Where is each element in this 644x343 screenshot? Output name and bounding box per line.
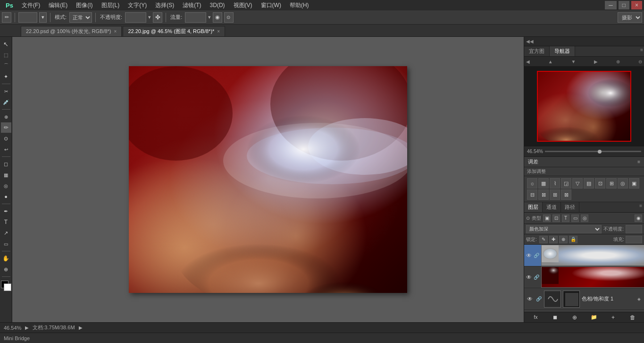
marquee-tool[interactable]: ⬚ xyxy=(1,50,11,60)
zoom-slider[interactable] xyxy=(545,151,641,152)
tab-paths[interactable]: 路径 xyxy=(561,202,579,212)
text-tool[interactable]: T xyxy=(1,217,11,227)
lock-all-btn[interactable]: 🔒 xyxy=(569,236,577,243)
layers-menu[interactable]: ≡ xyxy=(639,203,642,211)
layer-opacity-input[interactable]: 100% xyxy=(626,225,642,233)
flow-input[interactable]: 100% xyxy=(185,12,206,23)
adj-channel-mixer[interactable]: ◎ xyxy=(618,178,628,189)
adj-exposure[interactable]: ◲ xyxy=(561,178,571,189)
canvas-area[interactable] xyxy=(12,37,524,322)
fill-input[interactable]: 100% xyxy=(626,236,642,243)
menu-text[interactable]: 文字(Y) xyxy=(124,0,151,10)
nav-zoom-out[interactable]: ⊖ xyxy=(638,59,642,64)
healing-tool[interactable]: ⊕ xyxy=(1,111,11,122)
layer-adjustment-btn[interactable]: ⊕ xyxy=(570,313,579,322)
layer-row-1c[interactable]: 👁 🔗 xyxy=(524,266,644,288)
tablet-btn[interactable]: ⊙ xyxy=(224,12,234,23)
menu-select[interactable]: 选择(S) xyxy=(151,0,178,10)
mini-bridge[interactable]: Mini Bridge xyxy=(0,333,644,343)
panel-menu-icon[interactable]: ≡ xyxy=(640,47,643,55)
layer-row-hue[interactable]: 👁 🔗 色相/饱和度 1 xyxy=(524,288,644,310)
opacity-toggle[interactable]: ▾ xyxy=(148,14,151,20)
magic-wand-tool[interactable]: ✦ xyxy=(1,71,11,82)
menu-3d[interactable]: 3D(D) xyxy=(206,1,229,9)
zoom-handle[interactable] xyxy=(598,150,602,154)
hand-tool[interactable]: ✋ xyxy=(1,253,11,264)
window-close[interactable]: × xyxy=(631,1,642,9)
layer-new-btn[interactable]: + xyxy=(609,313,618,322)
background-color[interactable] xyxy=(4,283,11,291)
filter-toggle[interactable]: ◉ xyxy=(635,214,642,222)
tab-histogram[interactable]: 宜方图 xyxy=(524,46,550,56)
status-zoom-icon[interactable]: ▶ xyxy=(25,325,29,330)
path-selection-tool[interactable]: ↗ xyxy=(1,228,11,238)
shape-tool[interactable]: ▭ xyxy=(1,239,11,249)
layer-1c-link[interactable]: 🔗 xyxy=(534,274,539,281)
tab-1[interactable]: 22.20.psd @ 100% (外发光, RGB/8*) × xyxy=(21,26,122,36)
airbrush-btn[interactable]: ✤ xyxy=(153,12,162,23)
window-maximize[interactable]: □ xyxy=(619,1,629,9)
pen-pressure-btn[interactable]: ◉ xyxy=(213,12,222,23)
layer-4-link[interactable]: 🔗 xyxy=(534,252,539,259)
eraser-tool[interactable]: ◻ xyxy=(1,159,11,169)
menu-image[interactable]: 图像(I) xyxy=(72,0,96,10)
menu-file[interactable]: 文件(F) xyxy=(18,0,44,10)
adj-vibrance[interactable]: ▽ xyxy=(572,178,583,189)
crop-tool[interactable]: ✂ xyxy=(1,86,11,96)
nav-arrow-right[interactable]: ▶ xyxy=(594,59,598,64)
lock-position-btn[interactable]: ✚ xyxy=(549,236,558,243)
adj-threshold[interactable]: ⊞ xyxy=(550,189,560,200)
lock-artboard-btn[interactable]: ⊕ xyxy=(559,236,568,243)
tab-layers[interactable]: 图层 xyxy=(524,202,543,212)
brush-tool[interactable]: ✏ xyxy=(1,122,11,133)
menu-view[interactable]: 视图(V) xyxy=(230,0,256,10)
menu-help[interactable]: 帮助(H) xyxy=(286,0,313,10)
menu-layer[interactable]: 图层(L) xyxy=(98,0,124,10)
flow-toggle[interactable]: ▾ xyxy=(208,14,211,20)
clone-tool[interactable]: ⊙ xyxy=(1,133,11,144)
adj-color-balance[interactable]: ⊡ xyxy=(595,178,605,189)
nav-arrow-up[interactable]: ▲ xyxy=(548,59,553,64)
filter-shape[interactable]: ▭ xyxy=(571,214,579,222)
layer-group-btn[interactable]: 📁 xyxy=(590,313,598,322)
layer-row-4[interactable]: 👁 🔗 xyxy=(524,245,644,266)
adj-invert[interactable]: ⊟ xyxy=(527,189,537,200)
adj-hue[interactable]: ▤ xyxy=(584,178,594,189)
layer-mask-btn[interactable]: ◼ xyxy=(551,313,560,322)
layer-blend-select[interactable]: 颜色加深 xyxy=(526,225,602,233)
lasso-tool[interactable]: ⌒ xyxy=(1,60,11,71)
nav-arrow-down[interactable]: ▼ xyxy=(571,59,576,64)
brush-size-input[interactable]: 100 xyxy=(18,12,37,23)
menu-window[interactable]: 窗口(W) xyxy=(257,0,285,10)
filter-smart[interactable]: ◎ xyxy=(581,214,588,222)
filter-pixel[interactable]: ▣ xyxy=(543,214,551,222)
gradient-tool[interactable]: ▦ xyxy=(1,170,11,180)
layer-delete-btn[interactable]: 🗑 xyxy=(628,313,637,322)
nav-arrow-left[interactable]: ◀ xyxy=(526,59,530,64)
zoom-tool[interactable]: ⊕ xyxy=(1,264,11,274)
layer-hue-link[interactable]: 🔗 xyxy=(535,296,542,302)
filter-text[interactable]: T xyxy=(562,214,569,222)
layer-hue-visibility[interactable]: 👁 xyxy=(526,295,534,303)
tab-1-close[interactable]: × xyxy=(114,29,117,34)
panel-toggle[interactable]: ◀◀ xyxy=(524,37,644,46)
tab-2[interactable]: 22.20.jpg @ 46.5% (图层 4, RGB/8*)* × xyxy=(123,26,225,36)
adj-levels[interactable]: ▦ xyxy=(538,178,549,189)
dodge-tool[interactable]: ● xyxy=(1,191,11,202)
adj-photo-filter[interactable]: ⊞ xyxy=(606,178,617,189)
adj-gradient-map[interactable]: ⊠ xyxy=(561,189,571,200)
color-swatch[interactable] xyxy=(1,281,11,291)
window-minimize[interactable]: ─ xyxy=(605,1,617,9)
move-tool[interactable]: ↖ xyxy=(1,39,11,49)
adj-curves[interactable]: ⌇ xyxy=(550,178,560,189)
filter-adjust[interactable]: ⊡ xyxy=(552,214,560,222)
layer-fx-btn[interactable]: fx xyxy=(532,313,540,322)
workspace-select[interactable]: 摄影 xyxy=(618,12,642,23)
eyedropper-tool[interactable]: 💉 xyxy=(1,97,11,107)
blend-mode-select[interactable]: 正常 xyxy=(69,12,92,23)
adj-posterize[interactable]: ⊠ xyxy=(538,189,549,200)
status-arrow[interactable]: ▶ xyxy=(79,325,83,330)
brush-preset-btn[interactable]: ▾ xyxy=(39,12,47,23)
nav-zoom-in[interactable]: ⊕ xyxy=(616,59,620,64)
history-brush[interactable]: ↩ xyxy=(1,144,11,154)
